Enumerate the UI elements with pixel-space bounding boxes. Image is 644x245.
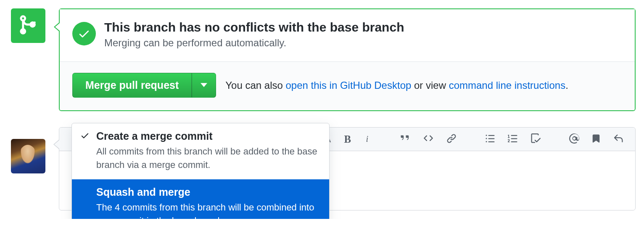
merge-status-title: This branch has no conflicts with the ba… [104,20,404,35]
code-icon [422,133,434,145]
reply-button[interactable] [611,132,626,146]
merge-status-card: This branch has no conflicts with the ba… [59,8,636,111]
mention-button[interactable] [567,132,581,146]
list-ordered-icon [507,133,518,145]
merge-status-badge [11,8,45,43]
quote-icon [400,133,411,145]
bold-icon: B [343,133,353,145]
merge-options-dropdown-toggle[interactable] [192,73,216,98]
comment-toolbar: AA B i [318,132,629,151]
avatar[interactable] [11,139,45,173]
tasklist-icon [530,133,541,145]
ordered-list-button[interactable] [506,132,520,146]
mention-icon [569,133,580,145]
reply-icon [612,133,624,145]
quote-button[interactable] [398,132,412,146]
merge-option-title: Squash and merge [96,186,319,198]
link-button[interactable] [444,132,459,146]
italic-button[interactable]: i [363,132,374,146]
bold-button[interactable]: B [342,132,354,146]
merge-option-squash-and-merge[interactable]: Squash and merge The 4 commits from this… [72,179,329,219]
merge-help-text: You can also open this in GitHub Desktop… [225,80,568,91]
task-list-button[interactable] [528,132,543,146]
command-line-instructions-link[interactable]: command line instructions [449,80,565,91]
merge-pull-request-button[interactable]: Merge pull request [72,73,192,98]
merge-option-desc: The 4 commits from this branch will be c… [96,201,319,219]
saved-replies-button[interactable] [590,132,602,146]
bookmark-icon [591,133,601,145]
merge-options-dropdown: Create a merge commit All commits from t… [71,123,330,219]
open-github-desktop-link[interactable]: open this in GitHub Desktop [286,80,412,91]
svg-text:B: B [344,133,351,144]
merge-option-desc: All commits from this branch will be add… [96,145,319,172]
list-unordered-icon [485,133,496,145]
caret-down-icon [201,82,207,88]
link-icon [446,133,457,145]
merge-option-title: Create a merge commit [96,130,319,142]
merge-option-create-merge-commit[interactable]: Create a merge commit All commits from t… [72,123,329,179]
check-icon [80,131,90,143]
success-check-icon [72,22,96,45]
code-button[interactable] [421,132,436,146]
merge-status-subtitle: Merging can be performed automatically. [104,37,404,49]
unordered-list-button[interactable] [483,132,497,146]
git-merge-icon [17,14,39,37]
italic-icon: i [364,133,372,145]
svg-text:i: i [366,134,368,144]
